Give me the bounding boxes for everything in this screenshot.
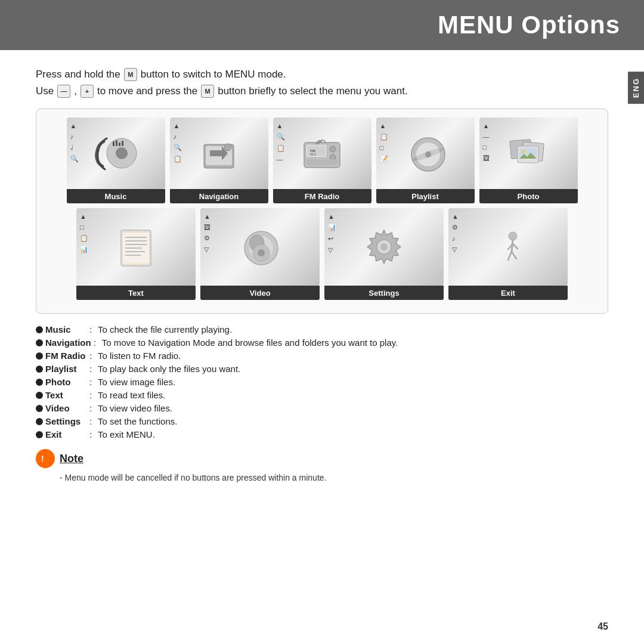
exit-label-bar: Exit	[448, 286, 568, 300]
video-svg	[236, 223, 284, 271]
text-svg	[112, 223, 160, 271]
fm-radio-label-bar: FM Radio	[273, 189, 371, 203]
note-icon: !	[36, 449, 55, 468]
svg-rect-16	[306, 159, 338, 165]
svg-point-14	[330, 146, 336, 152]
menu-item-fm-radio[interactable]: ▲ 🔍 📋 — FM 89.5	[273, 117, 371, 203]
menu-image-text: ▲ □ 📋 📊	[76, 208, 196, 286]
svg-point-1	[116, 147, 128, 159]
bullet-item-exit: Exit : To exit MENU.	[36, 429, 608, 439]
svg-point-25	[522, 150, 525, 153]
bullet-dot	[36, 352, 43, 360]
note-header: ! Note	[36, 449, 608, 468]
svg-point-41	[509, 232, 517, 240]
svg-point-40	[380, 243, 388, 250]
menu-image-exit: ▲ ⚙ ♪ ▽	[448, 208, 568, 286]
instruction-line-1: Press and hold the M button to switch to…	[36, 68, 608, 81]
svg-text:!: !	[41, 454, 44, 463]
settings-label-bar: Settings	[324, 286, 444, 300]
svg-line-44	[512, 252, 516, 259]
menu-image-playlist: ▲ 📋 □ 📝	[376, 117, 475, 189]
note-text: - Menu mode will be cancelled if no butt…	[60, 473, 608, 482]
minus-button: —	[57, 85, 70, 98]
menu-row-bottom: ▲ □ 📋 📊	[42, 208, 602, 300]
navigation-svg	[195, 129, 243, 177]
page-title: MENU Options	[438, 11, 620, 39]
bullet-item-navigation: Navigation : To move to Navigation Mode …	[36, 338, 608, 348]
bullet-item-fm-radio: FM Radio : To listen to FM radio.	[36, 351, 608, 361]
instruction-line-2: Use — , + to move and press the M button…	[36, 85, 608, 98]
music-label-bar: Music	[67, 189, 165, 203]
text-label-bar: Text	[76, 286, 196, 300]
note-section: ! Note - Menu mode will be cancelled if …	[36, 449, 608, 482]
bullet-list: Music : To check the file currently play…	[36, 324, 608, 439]
plus-button: +	[80, 85, 94, 98]
comma: ,	[74, 85, 77, 97]
menu-image-settings: ▲ 📊 ↩ ▽	[324, 208, 444, 286]
menu-item-exit[interactable]: ▲ ⚙ ♪ ▽ Exit	[448, 208, 568, 300]
video-label-bar: Video	[200, 286, 320, 300]
main-content: Press and hold the M button to switch to…	[0, 50, 644, 494]
page-number: 45	[597, 621, 608, 632]
svg-rect-5	[122, 141, 123, 146]
menu-item-video[interactable]: ▲ 🖼 ⚙ ▽ Video	[200, 208, 320, 300]
menu-item-music[interactable]: ▲ ♪ ♩ 🔍	[67, 117, 165, 203]
note-title: Note	[60, 453, 83, 465]
menu-item-photo[interactable]: ▲ — □ 🖼 Photo	[479, 117, 578, 203]
svg-point-8	[224, 144, 231, 151]
svg-line-43	[508, 252, 512, 260]
svg-point-38	[258, 249, 265, 256]
photo-label-bar: Photo	[479, 189, 578, 203]
music-svg	[92, 129, 140, 177]
svg-rect-3	[116, 140, 117, 146]
bullet-item-text: Text : To read text files.	[36, 390, 608, 400]
bullet-item-settings: Settings : To set the functions.	[36, 416, 608, 426]
navigation-label-bar: Navigation	[170, 189, 268, 203]
menu-item-navigation[interactable]: ▲ ♪ 🔍 📋 Navigation	[170, 117, 268, 203]
bullet-item-music: Music : To check the file currently play…	[36, 324, 608, 335]
menu-image-video: ▲ 🖼 ⚙ ▽	[200, 208, 320, 286]
bullet-dot	[36, 418, 43, 425]
bullet-dot	[36, 339, 43, 346]
svg-line-46	[513, 244, 518, 249]
bullet-dot	[36, 379, 43, 386]
fm-radio-svg: FM 89.5	[298, 129, 346, 177]
menu-image-photo: ▲ — □ 🖼	[479, 117, 578, 189]
bullet-item-playlist: Playlist : To play back only the files y…	[36, 364, 608, 374]
svg-rect-4	[119, 143, 120, 146]
menu-button-icon: M	[124, 68, 137, 81]
bullet-dot	[36, 326, 43, 333]
bullet-dot	[36, 405, 43, 412]
photo-svg	[504, 129, 552, 177]
svg-rect-2	[113, 141, 114, 146]
menu-item-settings[interactable]: ▲ 📊 ↩ ▽ Settings	[324, 208, 444, 300]
menu-image-music: ▲ ♪ ♩ 🔍	[67, 117, 165, 189]
svg-text:89.5: 89.5	[310, 153, 316, 156]
menu-grid: ▲ ♪ ♩ 🔍	[36, 109, 608, 314]
bullet-dot	[36, 366, 43, 373]
bullet-item-video: Video : To view video files.	[36, 403, 608, 413]
menu-item-playlist[interactable]: ▲ 📋 □ 📝 Playlist	[376, 117, 475, 203]
menu-row-top: ▲ ♪ ♩ 🔍	[42, 117, 602, 203]
playlist-svg	[401, 129, 449, 177]
settings-svg	[360, 223, 408, 271]
bullet-dot	[36, 392, 43, 399]
exit-svg	[484, 223, 532, 271]
playlist-label-bar: Playlist	[376, 189, 475, 203]
bullet-item-photo: Photo : To view image files.	[36, 377, 608, 387]
menu-item-text[interactable]: ▲ □ 📋 📊	[76, 208, 196, 300]
language-tab: ENG	[628, 72, 644, 104]
page-header: MENU Options	[0, 0, 644, 50]
bullet-dot	[36, 431, 43, 438]
menu-image-navigation: ▲ ♪ 🔍 📋	[170, 117, 268, 189]
menu-image-fm-radio: ▲ 🔍 📋 — FM 89.5	[273, 117, 371, 189]
menu-button-icon-2: M	[201, 85, 214, 98]
